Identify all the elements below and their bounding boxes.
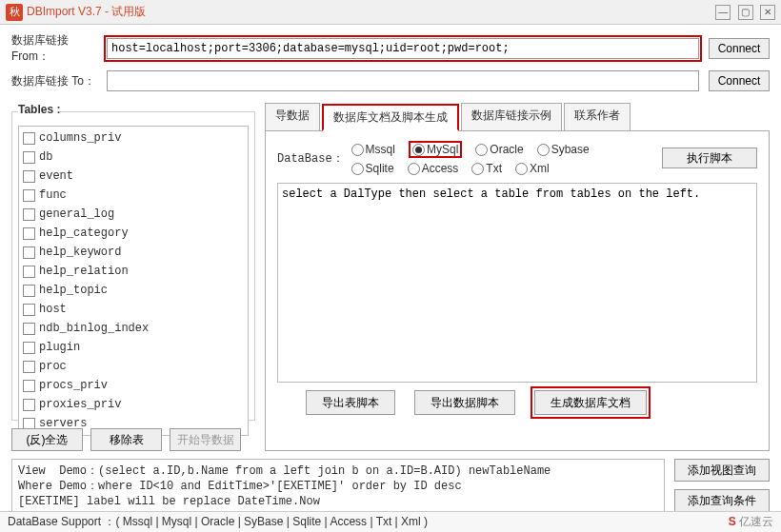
tables-fieldset: Tables : columns_privdbeventfuncgeneral_… [11, 103, 255, 421]
db-option-label: Sqlite [366, 162, 394, 175]
title-bar: 秋 DBImport V3.7 - 试用版 — ▢ ✕ [0, 0, 781, 25]
radio-icon [412, 144, 425, 156]
checkbox-icon[interactable] [23, 380, 35, 392]
generate-db-doc-button[interactable]: 生成数据库文档 [534, 390, 647, 415]
status-text: DataBase Support ：( Mssql | Mysql | Orac… [8, 514, 428, 530]
status-bar: DataBase Support ：( Mssql | Mysql | Orac… [0, 511, 781, 532]
brand-watermark: S 亿速云 [729, 514, 773, 530]
checkbox-icon[interactable] [23, 151, 35, 164]
db-option-xml[interactable]: Xml [515, 162, 550, 175]
tables-listbox[interactable]: columns_privdbeventfuncgeneral_loghelp_c… [18, 126, 249, 436]
table-item[interactable]: ndb_binlog_index [19, 319, 248, 338]
table-name: host [39, 303, 67, 316]
demo-textbox[interactable]: View Demo：(select a.ID,b.Name from a lef… [11, 459, 665, 518]
radio-icon [408, 163, 420, 175]
checkbox-icon[interactable] [23, 208, 35, 221]
radio-icon [475, 144, 488, 156]
add-where-condition-button[interactable]: 添加查询条件 [674, 489, 770, 512]
tables-legend: Tables : [18, 103, 60, 120]
table-name: proxies_priv [39, 398, 121, 411]
db-option-label: Mssql [366, 143, 395, 156]
tabs: 导数据数据库文档及脚本生成数据库链接示例联系作者 [265, 103, 770, 131]
table-item[interactable]: proc [19, 357, 248, 376]
db-option-access[interactable]: Access [408, 162, 459, 175]
table-name: help_category [39, 227, 129, 240]
table-name: general_log [39, 207, 114, 221]
table-item[interactable]: help_keyword [19, 243, 248, 262]
radio-icon [351, 163, 364, 175]
db-option-label: Sybase [551, 143, 590, 156]
checkbox-icon[interactable] [23, 227, 35, 240]
radio-icon [351, 144, 364, 156]
execute-script-button[interactable]: 执行脚本 [662, 148, 757, 168]
table-item[interactable]: procs_priv [19, 376, 248, 395]
app-icon: 秋 [6, 4, 23, 21]
checkbox-icon[interactable] [23, 266, 35, 278]
maximize-button[interactable]: ▢ [738, 5, 753, 20]
table-name: proc [39, 360, 67, 373]
table-item[interactable]: func [19, 186, 248, 205]
checkbox-icon[interactable] [23, 361, 35, 373]
table-item[interactable]: general_log [19, 205, 248, 224]
db-option-mysql[interactable]: MySql [409, 141, 462, 158]
checkbox-icon[interactable] [23, 132, 35, 145]
add-view-query-button[interactable]: 添加视图查询 [674, 459, 770, 482]
database-label: DataBase： [277, 150, 344, 167]
checkbox-icon[interactable] [23, 323, 35, 335]
table-name: help_topic [39, 284, 108, 297]
tab-0[interactable]: 导数据 [265, 103, 320, 130]
conn-from-label: 数据库链接 From： [11, 32, 107, 65]
checkbox-icon[interactable] [23, 399, 35, 411]
table-item[interactable]: help_relation [19, 262, 248, 281]
table-item[interactable]: help_category [19, 224, 248, 243]
table-item[interactable]: plugin [19, 338, 248, 357]
table-name: plugin [39, 341, 80, 354]
minimize-button[interactable]: — [715, 5, 731, 20]
checkbox-icon[interactable] [23, 304, 35, 316]
window-title: DBImport V3.7 - 试用版 [27, 4, 711, 20]
connect-to-button[interactable]: Connect [709, 70, 770, 91]
connect-from-button[interactable]: Connect [709, 38, 770, 59]
checkbox-icon[interactable] [23, 246, 35, 259]
db-option-txt[interactable]: Txt [471, 162, 502, 175]
tab-1[interactable]: 数据库文档及脚本生成 [322, 104, 459, 131]
db-option-label: Txt [486, 162, 502, 175]
close-button[interactable]: ✕ [760, 5, 775, 20]
checkbox-icon[interactable] [23, 342, 35, 354]
db-option-label: Access [422, 162, 459, 175]
db-option-sqlite[interactable]: Sqlite [351, 162, 394, 175]
conn-to-input[interactable] [107, 70, 699, 91]
table-name: help_relation [39, 265, 129, 278]
db-option-label: Oracle [490, 143, 523, 156]
db-option-label: MySql [427, 143, 458, 156]
sql-textarea[interactable] [277, 183, 757, 383]
export-data-script-button[interactable]: 导出数据脚本 [414, 390, 515, 415]
conn-from-input[interactable] [107, 38, 699, 59]
table-name: db [39, 150, 52, 164]
table-item[interactable]: host [19, 300, 248, 319]
radio-icon [515, 163, 528, 175]
radio-icon [471, 163, 484, 175]
toggle-all-button[interactable]: (反)全选 [11, 428, 83, 451]
db-option-mssql[interactable]: Mssql [351, 143, 395, 156]
db-option-sybase[interactable]: Sybase [537, 143, 590, 156]
table-item[interactable]: proxies_priv [19, 395, 248, 414]
db-option-oracle[interactable]: Oracle [475, 143, 523, 156]
conn-to-label: 数据库链接 To： [11, 73, 107, 89]
tab-2[interactable]: 数据库链接示例 [461, 103, 562, 130]
table-name: event [39, 169, 73, 183]
export-table-script-button[interactable]: 导出表脚本 [306, 390, 395, 415]
checkbox-icon[interactable] [23, 189, 35, 202]
checkbox-icon[interactable] [23, 285, 35, 297]
db-option-label: Xml [530, 162, 550, 175]
table-item[interactable]: columns_priv [19, 128, 248, 148]
tab-3[interactable]: 联系作者 [564, 103, 631, 130]
table-item[interactable]: db [19, 148, 248, 167]
table-item[interactable]: event [19, 167, 248, 186]
remove-table-button[interactable]: 移除表 [90, 428, 162, 451]
start-import-button[interactable]: 开始导数据 [170, 428, 241, 451]
checkbox-icon[interactable] [23, 170, 35, 183]
table-name: ndb_binlog_index [39, 322, 149, 335]
table-item[interactable]: help_topic [19, 281, 248, 300]
radio-icon [537, 144, 550, 156]
